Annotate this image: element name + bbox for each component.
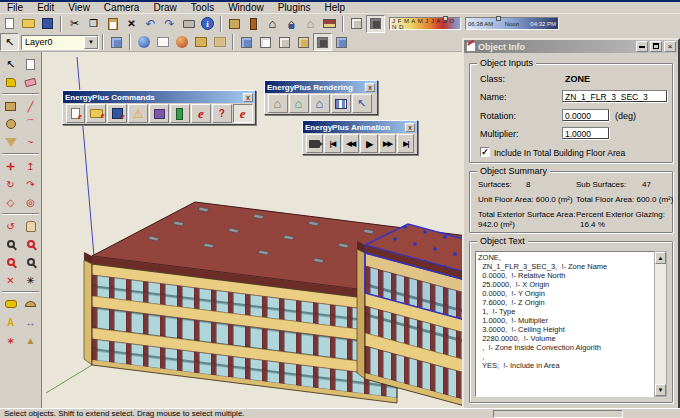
object-info-button[interactable] bbox=[198, 15, 217, 33]
view-back-button[interactable] bbox=[313, 33, 332, 51]
zoom-previous-button[interactable] bbox=[21, 253, 40, 271]
energyplus-animation-titlebar[interactable]: EnergyPlus Animation x bbox=[303, 121, 417, 133]
zoom-button[interactable] bbox=[1, 235, 20, 253]
pan-button[interactable] bbox=[21, 217, 40, 235]
render-by-zone-button[interactable] bbox=[289, 94, 309, 113]
undo-button[interactable] bbox=[141, 15, 160, 33]
eraser-button[interactable] bbox=[21, 73, 40, 91]
ep-open-input-button[interactable] bbox=[86, 104, 106, 123]
ep-add-object-button[interactable] bbox=[170, 104, 190, 123]
month-slider-handle[interactable] bbox=[443, 16, 448, 21]
multiplier-field[interactable]: 1.0000 bbox=[562, 127, 610, 140]
protractor-button[interactable] bbox=[21, 295, 40, 313]
include-area-checkbox[interactable]: ✓ bbox=[480, 147, 490, 157]
render-monochrome-button[interactable] bbox=[191, 33, 210, 51]
text-button[interactable]: A bbox=[1, 313, 20, 331]
view-right-button[interactable] bbox=[294, 33, 313, 51]
ep-run-button[interactable] bbox=[191, 104, 211, 123]
menu-plugins[interactable]: Plugins bbox=[271, 2, 318, 14]
rotation-field[interactable]: 0.0000 bbox=[562, 109, 610, 122]
energyplus-commands-toolbar[interactable]: EnergyPlus Commands x bbox=[62, 90, 256, 125]
render-by-data-button[interactable] bbox=[310, 94, 330, 113]
layer-selector[interactable]: Layer0 ▼ bbox=[21, 35, 99, 50]
scroll-up-icon[interactable]: ▲ bbox=[655, 252, 666, 264]
arc-button[interactable]: ⌒ bbox=[21, 115, 40, 133]
tape-measure-button[interactable] bbox=[1, 295, 20, 313]
polygon-button[interactable] bbox=[1, 133, 20, 151]
menu-help[interactable]: Help bbox=[318, 2, 353, 14]
dimension-button[interactable]: ↔ bbox=[21, 313, 40, 331]
paint-bucket-button[interactable] bbox=[1, 73, 20, 91]
open-button[interactable] bbox=[19, 15, 38, 33]
object-info-dialog[interactable]: Object Info × Object Inputs Class: ZONE … bbox=[462, 38, 680, 410]
object-text-scrollbar[interactable]: ▲ ▼ bbox=[654, 251, 667, 397]
view-front-button[interactable] bbox=[275, 33, 294, 51]
render-textures-button[interactable] bbox=[172, 33, 191, 51]
close-icon[interactable]: x bbox=[243, 93, 253, 102]
menu-file[interactable]: File bbox=[0, 2, 30, 14]
menu-window[interactable]: Window bbox=[221, 2, 271, 14]
new-button[interactable] bbox=[0, 15, 19, 33]
scale-button[interactable]: ◇ bbox=[1, 193, 20, 211]
maximize-icon[interactable] bbox=[650, 41, 662, 52]
make-component-button[interactable] bbox=[21, 55, 40, 73]
close-icon[interactable]: x bbox=[365, 83, 375, 92]
rotate-button[interactable]: ↻ bbox=[1, 175, 20, 193]
cut-button[interactable] bbox=[65, 15, 84, 33]
menu-edit[interactable]: Edit bbox=[30, 2, 61, 14]
object-text-area[interactable]: ZONE, ZN_1_FLR_3_SEC_3, !- Zone Name 0.0… bbox=[475, 251, 655, 397]
view-iso-button[interactable] bbox=[237, 33, 256, 51]
axes-button[interactable]: ∗ bbox=[1, 331, 20, 349]
skip-start-button[interactable]: |◀ bbox=[324, 134, 341, 153]
time-slider-handle[interactable] bbox=[496, 16, 501, 21]
erase-button[interactable] bbox=[122, 15, 141, 33]
shadow-dialog-button[interactable] bbox=[366, 15, 385, 33]
object-info-titlebar[interactable]: Object Info × bbox=[464, 40, 678, 53]
circle-button[interactable] bbox=[1, 115, 20, 133]
render-shaded-button[interactable] bbox=[134, 33, 153, 51]
position-camera-button[interactable]: ✕ bbox=[1, 271, 20, 289]
render-wireframe-button[interactable] bbox=[153, 33, 172, 51]
ep-new-object-button[interactable] bbox=[149, 104, 169, 123]
step-back-button[interactable]: ◀◀ bbox=[342, 134, 359, 153]
shadow-toggle-button[interactable] bbox=[347, 15, 366, 33]
push-pull-button[interactable]: ↥ bbox=[21, 157, 40, 175]
ep-dialog-button[interactable] bbox=[233, 104, 253, 123]
ep-roof-wall-button[interactable] bbox=[320, 15, 339, 33]
zoom-extents-button[interactable] bbox=[1, 253, 20, 271]
line-button[interactable]: ╱ bbox=[21, 97, 40, 115]
freehand-button[interactable]: ~ bbox=[21, 133, 40, 151]
ep-house-save-button[interactable] bbox=[282, 15, 301, 33]
orbit-button[interactable]: ↺ bbox=[1, 217, 20, 235]
step-forward-button[interactable]: ▶▶ bbox=[379, 134, 396, 153]
chevron-down-icon[interactable]: ▼ bbox=[84, 36, 98, 49]
scroll-down-icon[interactable]: ▼ bbox=[655, 384, 666, 396]
menu-view[interactable]: View bbox=[61, 2, 97, 14]
offset-button[interactable]: ◎ bbox=[21, 193, 40, 211]
energyplus-animation-toolbar[interactable]: EnergyPlus Animation x |◀ ◀◀ ▶ ▶▶ ▶| bbox=[302, 120, 418, 155]
pick-element-button[interactable] bbox=[352, 94, 372, 113]
measurements-box[interactable] bbox=[493, 410, 623, 418]
data-table-button[interactable] bbox=[331, 94, 351, 113]
move-button[interactable]: ✛ bbox=[1, 157, 20, 175]
ep-input-box-button[interactable] bbox=[225, 15, 244, 33]
select-button[interactable] bbox=[1, 55, 20, 73]
skip-end-button[interactable]: ▶| bbox=[397, 134, 414, 153]
play-button[interactable]: ▶ bbox=[360, 134, 377, 153]
copy-button[interactable] bbox=[84, 15, 103, 33]
view-left-button[interactable] bbox=[332, 33, 351, 51]
ep-house-button[interactable] bbox=[263, 15, 282, 33]
menu-tools[interactable]: Tools bbox=[184, 2, 221, 14]
name-field[interactable]: ZN_1_FLR_3_SEC_3 bbox=[562, 90, 668, 103]
ep-new-input-button[interactable] bbox=[66, 104, 86, 123]
rectangle-button[interactable] bbox=[1, 97, 20, 115]
shadow-month-slider[interactable]: J F M A M J J A S O N D bbox=[389, 17, 461, 30]
ep-save-input-button[interactable] bbox=[107, 104, 127, 123]
ep-check-model-button[interactable] bbox=[128, 104, 148, 123]
menu-camera[interactable]: Camera bbox=[97, 2, 147, 14]
section-plane-button[interactable]: ▲ bbox=[21, 331, 40, 349]
layer-info-button[interactable] bbox=[107, 33, 126, 51]
ep-house-outline-button[interactable] bbox=[301, 15, 320, 33]
shadow-time-slider[interactable]: 06:38 AM Noon 04:32 PM bbox=[465, 17, 559, 30]
redo-button[interactable] bbox=[160, 15, 179, 33]
